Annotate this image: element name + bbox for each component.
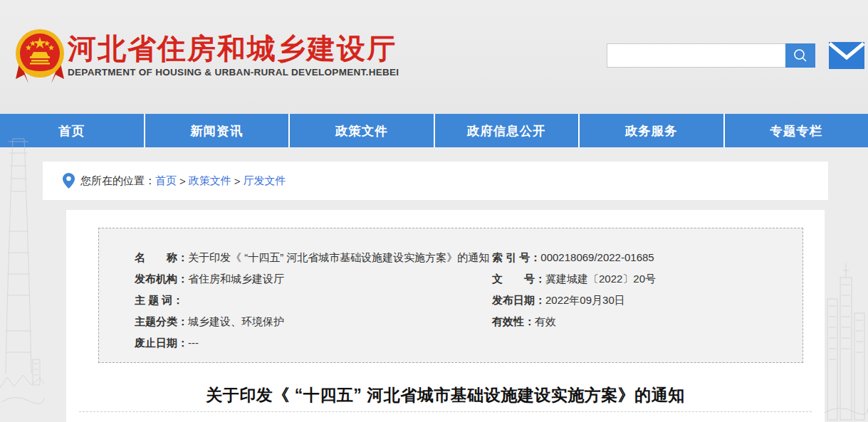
national-emblem-logo[interactable] [14,23,66,85]
metadata-row-subject-category: 主题分类：城乡建设、环境保护 [135,311,476,332]
metadata-label: 文 号： [492,268,545,290]
breadcrumb: 您所在的位置： 首页 > 政策文件 > 厅发文件 [63,162,286,200]
metadata-label: 发布机构： [135,268,188,290]
breadcrumb-separator: > [179,175,186,187]
metadata-label: 发布日期： [492,290,545,311]
mail-icon [829,42,864,69]
nav-item-gov-info-disclosure[interactable]: 政府信息公开 [434,114,579,147]
national-emblem-icon [14,23,66,85]
breadcrumb-link-home[interactable]: 首页 [155,174,177,188]
search-icon [793,48,808,63]
breadcrumb-link-department-documents[interactable]: 厅发文件 [244,174,286,188]
metadata-row-issuing-agency: 发布机构：省住房和城乡建设厅 [135,268,476,290]
metadata-row-repeal-date: 废止日期：--- [135,332,476,354]
search-input[interactable] [607,43,797,68]
search-button[interactable] [785,43,815,68]
nav-item-news[interactable]: 新闻资讯 [144,114,289,147]
metadata-row-name: 名 称：关于印发《 “十四五” 河北省城市基础设施建设实施方案》的通知 [135,247,476,268]
site-header: 河北省住房和城乡建设厅 DEPARTMENT OF HOUSING & URBA… [0,0,868,114]
nav-item-home[interactable]: 首页 [0,114,144,147]
location-pin-icon [63,173,75,189]
breadcrumb-separator: > [234,175,241,187]
metadata-value: 冀建城建〔2022〕20号 [545,268,656,290]
nav-item-gov-services[interactable]: 政务服务 [578,114,723,147]
article-title: 关于印发《 “十四五” 河北省城市基础设施建设实施方案》的通知 [66,384,825,406]
metadata-label: 主 题 词： [135,290,183,311]
site-title: 河北省住房和城乡建设厅 [68,33,509,64]
left-tower-sketch-decor [0,132,44,422]
metadata-value: --- [188,332,199,354]
metadata-label: 有效性： [492,311,535,332]
mail-button[interactable] [829,42,864,69]
metadata-value: 关于印发《 “十四五” 河北省城市基础设施建设实施方案》的通知 [188,247,489,268]
metadata-label: 主题分类： [135,311,188,332]
right-city-sketch-decor [825,235,868,422]
site-subtitle: DEPARTMENT OF HOUSING & URBAN-RURAL DEVE… [68,67,509,78]
metadata-value: 省住房和城乡建设厅 [188,268,284,290]
metadata-row-index-number: 索 引 号：000218069/2022-01685 [492,247,791,268]
metadata-row-subject-words: 主 题 词： [135,290,476,311]
metadata-label: 名 称： [135,247,188,268]
metadata-value: 有效 [535,311,556,332]
metadata-right-column: 索 引 号：000218069/2022-01685 文 号：冀建城建〔2022… [492,247,791,332]
metadata-row-document-number: 文 号：冀建城建〔2022〕20号 [492,268,791,290]
breadcrumb-link-policy-documents[interactable]: 政策文件 [189,174,231,188]
article-content-panel: 名 称：关于印发《 “十四五” 河北省城市基础设施建设实施方案》的通知 发布机构… [66,210,825,422]
breadcrumb-band: 您所在的位置： 首页 > 政策文件 > 厅发文件 [43,162,828,200]
metadata-value: 城乡建设、环境保护 [188,311,284,332]
title-divider [79,411,812,412]
nav-item-special-topics[interactable]: 专题专栏 [723,114,868,147]
metadata-value: 000218069/2022-01685 [540,247,654,268]
metadata-row-publish-date: 发布日期：2022年09月30日 [492,290,791,311]
main-nav: 首页 新闻资讯 政策文件 政府信息公开 政务服务 专题专栏 [0,114,868,147]
nav-item-policy-documents[interactable]: 政策文件 [288,114,434,147]
page-root: 河北省住房和城乡建设厅 DEPARTMENT OF HOUSING & URBA… [0,0,868,422]
site-title-block: 河北省住房和城乡建设厅 DEPARTMENT OF HOUSING & URBA… [68,33,509,78]
document-metadata-box: 名 称：关于印发《 “十四五” 河北省城市基础设施建设实施方案》的通知 发布机构… [98,228,803,363]
breadcrumb-prefix: 您所在的位置： [80,174,155,188]
metadata-label: 废止日期： [135,332,188,354]
metadata-left-column: 名 称：关于印发《 “十四五” 河北省城市基础设施建设实施方案》的通知 发布机构… [135,247,476,354]
metadata-row-validity: 有效性：有效 [492,311,791,332]
metadata-value: 2022年09月30日 [545,290,625,311]
metadata-label: 索 引 号： [492,247,540,268]
